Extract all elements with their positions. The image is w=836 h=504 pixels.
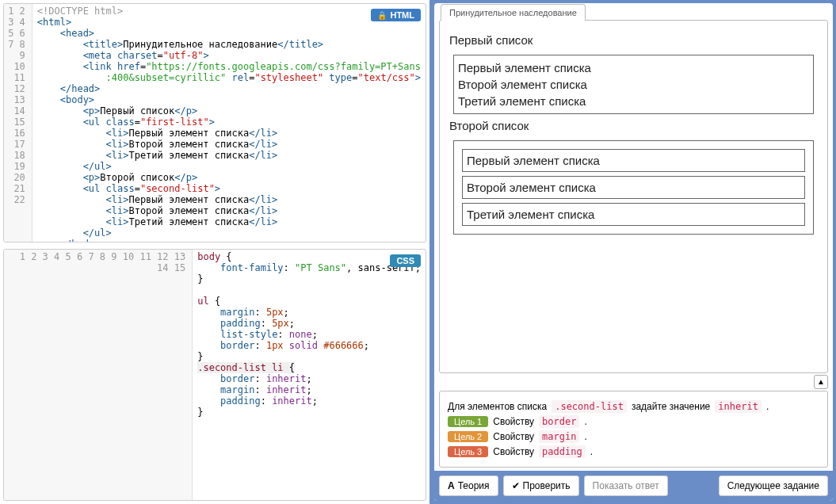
- heading-1: Первый список: [449, 33, 818, 47]
- html-code[interactable]: <!DOCTYPE html> <html> <head> <title>При…: [32, 4, 426, 242]
- heading-2: Второй список: [449, 119, 818, 132]
- goals-panel: Для элементов списка .second-list задайт…: [439, 391, 828, 468]
- list-item: Третий элемент списка: [458, 93, 809, 109]
- bottom-toolbar: A Теория ✔ Проверить Показать ответ След…: [434, 471, 833, 501]
- preview-tab[interactable]: Принудительное наследование: [441, 4, 586, 21]
- code-value: inherit: [715, 400, 762, 413]
- goal-2-chip: Цель 2: [448, 431, 488, 442]
- code-prop: border: [539, 415, 579, 428]
- next-task-button[interactable]: Следующее задание: [719, 475, 828, 496]
- css-code[interactable]: body { font-family: "PT Sans", sans-seri…: [193, 250, 426, 500]
- show-answer-button[interactable]: Показать ответ: [584, 475, 668, 496]
- css-gutter: 1 2 3 4 5 6 7 8 9 10 11 12 13 14 15: [4, 250, 193, 500]
- goal-3-chip: Цель 3: [448, 446, 488, 457]
- code-prop: margin: [539, 430, 579, 443]
- list-item: Первый элемент списка: [462, 149, 805, 172]
- code-prop: padding: [539, 445, 586, 458]
- css-editor[interactable]: CSS 1 2 3 4 5 6 7 8 9 10 11 12 13 14 15 …: [3, 249, 426, 501]
- goal-text: Для элементов списка: [448, 401, 547, 412]
- goal-1-chip: Цель 1: [448, 416, 488, 427]
- lock-icon: [377, 10, 387, 20]
- html-gutter: 1 2 3 4 5 6 7 8 9 10 11 12 13 14 15 16 1…: [4, 4, 32, 242]
- preview-column: Принудительное наследование Первый списо…: [431, 0, 836, 504]
- code-selector: .second-list: [552, 400, 627, 413]
- scroll-up-button[interactable]: ▲: [814, 375, 828, 389]
- html-editor[interactable]: HTML 1 2 3 4 5 6 7 8 9 10 11 12 13 14 15…: [3, 3, 426, 242]
- preview-pane: Принудительное наследование Первый списо…: [434, 3, 833, 501]
- goal-text: задайте значение: [632, 401, 710, 412]
- theory-button[interactable]: A Теория: [439, 475, 498, 496]
- first-list: Первый элемент списка Второй элемент спи…: [453, 55, 814, 114]
- list-item: Первый элемент списка: [458, 59, 809, 76]
- list-item: Второй элемент списка: [458, 76, 809, 93]
- preview-frame: Первый список Первый элемент списка Втор…: [439, 20, 828, 373]
- list-item: Второй элемент списка: [462, 176, 805, 199]
- check-button[interactable]: ✔ Проверить: [503, 475, 579, 496]
- second-list: Первый элемент списка Второй элемент спи…: [453, 140, 814, 235]
- editors-column: HTML 1 2 3 4 5 6 7 8 9 10 11 12 13 14 15…: [0, 0, 431, 504]
- list-item: Третий элемент списка: [462, 203, 805, 226]
- css-badge: CSS: [390, 254, 421, 267]
- check-icon: ✔: [512, 480, 520, 491]
- html-badge: HTML: [371, 9, 421, 21]
